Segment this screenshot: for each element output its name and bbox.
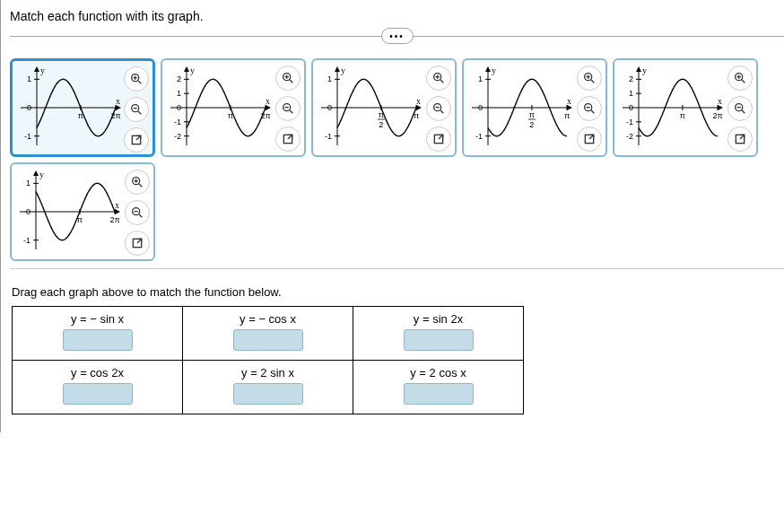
function-label: y = 2 cos x: [353, 366, 523, 379]
svg-line-48: [290, 110, 292, 113]
svg-marker-25: [184, 66, 189, 72]
svg-text:-1: -1: [325, 132, 332, 141]
svg-text:0: 0: [478, 103, 483, 112]
expand-icon[interactable]: [577, 126, 602, 152]
svg-text:y: y: [492, 65, 496, 75]
graph-tile[interactable]: yx-2-1120π2π: [161, 58, 306, 157]
svg-line-100: [591, 110, 594, 113]
svg-text:x: x: [266, 96, 270, 106]
divider-top: •••: [10, 36, 784, 37]
svg-text:1: 1: [629, 89, 633, 98]
graph-tile[interactable]: yx-110π2π: [311, 58, 457, 157]
function-label: y = cos 2x: [13, 366, 182, 379]
svg-line-152: [139, 214, 142, 217]
svg-line-128: [742, 110, 745, 113]
svg-line-96: [591, 80, 594, 83]
match-table: y = − sin x y = − cos x y = sin 2x y = c…: [12, 306, 524, 414]
svg-text:1: 1: [327, 74, 332, 83]
zoom-in-icon[interactable]: [577, 65, 602, 91]
graph-tile-row: yx-110π2πyx-2-1120π2πyx-110π2πyx-110π2πy…: [10, 58, 784, 261]
svg-text:π: π: [564, 111, 570, 120]
svg-marker-133: [33, 170, 39, 176]
zoom-in-icon[interactable]: [727, 65, 753, 91]
svg-text:0: 0: [327, 103, 332, 112]
svg-text:-2: -2: [174, 132, 181, 141]
match-cell: y = cos 2x: [13, 361, 183, 414]
match-cell: y = 2 cos x: [353, 361, 524, 414]
drop-slot[interactable]: [404, 329, 474, 351]
svg-line-77: [439, 135, 443, 139]
svg-line-23: [136, 135, 141, 140]
svg-text:2π: 2π: [109, 215, 119, 224]
match-cell: y = 2 sin x: [183, 361, 353, 414]
divider-bottom: [10, 268, 784, 269]
zoom-out-icon[interactable]: [275, 96, 301, 121]
zoom-in-icon[interactable]: [275, 65, 301, 91]
graph-plot: yx-2-1120π2π: [162, 63, 275, 153]
zoom-out-icon[interactable]: [125, 200, 150, 225]
svg-text:0: 0: [177, 103, 181, 112]
zoom-out-icon[interactable]: [577, 96, 602, 121]
expand-icon[interactable]: [124, 127, 149, 153]
svg-text:2: 2: [379, 120, 383, 129]
svg-text:y: y: [39, 170, 44, 179]
svg-line-44: [290, 80, 292, 83]
svg-text:2: 2: [629, 74, 633, 83]
svg-text:-1: -1: [23, 236, 30, 245]
drop-slot[interactable]: [63, 329, 133, 351]
svg-text:0: 0: [26, 207, 30, 216]
drop-slot[interactable]: [404, 383, 474, 405]
svg-line-148: [139, 184, 142, 187]
svg-text:y: y: [642, 65, 647, 75]
svg-text:1: 1: [26, 179, 30, 188]
svg-text:x: x: [567, 96, 571, 106]
svg-text:π: π: [680, 111, 685, 120]
zoom-in-icon[interactable]: [124, 66, 149, 92]
match-cell: y = − cos x: [183, 307, 353, 361]
zoom-out-icon[interactable]: [727, 96, 753, 121]
match-cell: y = sin 2x: [353, 307, 524, 361]
function-label: y = 2 sin x: [183, 366, 353, 379]
function-label: y = sin 2x: [353, 312, 523, 326]
svg-text:y: y: [190, 65, 195, 75]
graph-tile[interactable]: yx-110π2π: [10, 162, 155, 261]
svg-marker-79: [485, 66, 491, 72]
svg-marker-105: [636, 66, 641, 72]
drop-slot[interactable]: [233, 329, 303, 351]
expand-icon[interactable]: [426, 126, 451, 152]
expand-icon[interactable]: [125, 231, 150, 256]
svg-text:x: x: [115, 200, 119, 210]
graph-plot: yx-2-1120π2π: [614, 63, 727, 153]
svg-text:y: y: [341, 65, 345, 75]
graph-tile[interactable]: yx-2-1120π2π: [613, 58, 758, 157]
drop-slot[interactable]: [63, 383, 133, 405]
svg-text:-1: -1: [174, 118, 181, 126]
svg-text:0: 0: [629, 103, 633, 112]
drop-slot[interactable]: [233, 383, 303, 405]
function-label: y = − cos x: [183, 312, 353, 326]
zoom-out-icon[interactable]: [124, 97, 149, 122]
svg-line-124: [742, 80, 745, 83]
expand-icon[interactable]: [727, 126, 753, 152]
page-title: Match each function with its graph.: [10, 9, 784, 23]
svg-text:-1: -1: [24, 132, 31, 141]
svg-marker-53: [335, 66, 340, 72]
zoom-in-icon[interactable]: [125, 170, 150, 195]
zoom-in-icon[interactable]: [426, 65, 451, 91]
svg-line-131: [740, 135, 745, 139]
svg-line-74: [440, 110, 443, 113]
graph-tile[interactable]: yx-110π2π: [10, 58, 155, 157]
graph-tile[interactable]: yx-110π2π: [462, 58, 607, 157]
svg-line-70: [440, 80, 443, 83]
svg-marker-1: [34, 66, 39, 72]
more-button[interactable]: •••: [381, 28, 414, 44]
expand-icon[interactable]: [275, 126, 301, 152]
svg-line-16: [138, 81, 141, 83]
svg-text:0: 0: [27, 103, 31, 112]
zoom-out-icon[interactable]: [426, 96, 451, 121]
graph-plot: yx-110π2π: [12, 167, 125, 257]
svg-line-20: [138, 111, 141, 114]
svg-text:π: π: [529, 110, 535, 119]
match-cell: y = − sin x: [13, 307, 183, 361]
svg-line-51: [288, 135, 292, 139]
